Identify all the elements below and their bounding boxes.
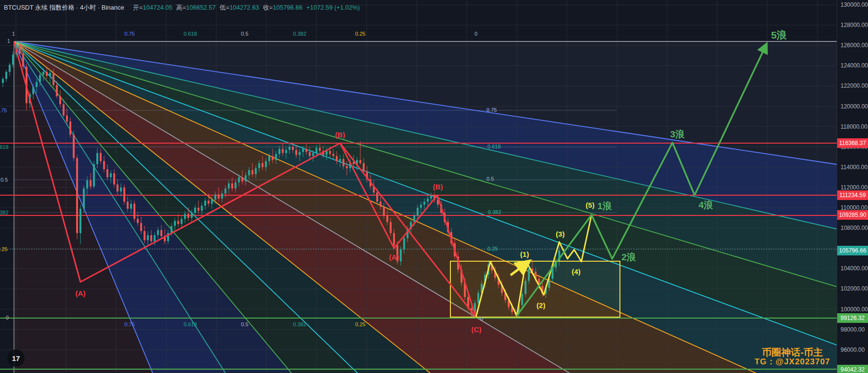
axis-tick: 130000.00	[841, 1, 868, 8]
tradingview-logo-icon[interactable]: 17	[7, 349, 25, 367]
fan-level-label-right: 0.382	[488, 209, 501, 215]
price-badge: 116368.37	[837, 138, 868, 148]
price-badge: 105796.66	[837, 246, 868, 255]
axis-tick: 122000.00	[841, 82, 868, 89]
yellow-wave-label: (3)	[556, 230, 565, 238]
green-wave-label: 3浪	[670, 129, 685, 139]
axis-tick: 114000.00	[841, 164, 868, 171]
fan-level-label-left: 0	[6, 315, 9, 320]
high-value: 106652.57	[186, 4, 215, 11]
chart-canvas[interactable]: (A)(B)(A)(B)(C)(1)(2)(3)(4)(5)1浪2浪3浪4浪5浪…	[0, 0, 837, 373]
axis-tick: 120000.00	[841, 103, 868, 110]
fan-time-label-bottom: 0	[480, 316, 483, 321]
yellow-wave-label: (1)	[520, 250, 529, 258]
price-badge: 109285.90	[837, 210, 868, 220]
fan-level-label-left: 1	[7, 38, 10, 44]
fan-level-label-right: 0.618	[487, 144, 501, 149]
fan-level-label-right: 0.75	[487, 107, 497, 113]
fib-fan-wedges	[14, 41, 837, 373]
fan-level-label-left: 0.75	[0, 107, 7, 113]
watermark-line1: 币圈神话-币主	[748, 347, 837, 358]
axis-tick: 112000.00	[841, 184, 868, 191]
symbol-title[interactable]: BTCUSDT 永续 指数价格 · 4小时 · Binance	[4, 4, 124, 11]
fan-time-label-top: 1	[12, 31, 15, 37]
fan-level-label-left: 0.382	[0, 210, 9, 215]
axis-tick: 108000.00	[841, 225, 868, 231]
watermark: 币圈神话-币主 TG：@JX2023707	[748, 347, 837, 367]
yellow-wave-label: (4)	[572, 267, 580, 276]
axis-tick: 98000.00	[841, 326, 865, 333]
price-badge: 94042.32	[837, 365, 868, 373]
fan-time-label-top: 0.75	[124, 31, 134, 37]
red-wave-label: (C)	[472, 325, 482, 333]
fan-time-label-top: 0.5	[241, 31, 248, 37]
red-wave-label: (B)	[335, 131, 345, 139]
fan-level-label-left: 0.25	[0, 246, 7, 252]
green-wave-label: 4浪	[698, 200, 713, 210]
price-badge: 111234.59	[837, 190, 868, 200]
green-wave-label: 5浪	[771, 29, 787, 40]
price-axis[interactable]: 130000.00128000.00126000.00124000.001220…	[837, 0, 868, 373]
axis-tick: 102000.00	[841, 285, 868, 292]
axis-tick: 126000.00	[841, 42, 868, 49]
trading-chart-window: { "legend": { "title": "BTCUSDT 永续 指数价格 …	[0, 0, 868, 373]
fan-time-label-bottom: 0.382	[293, 321, 306, 327]
green-wave-label: 2浪	[621, 252, 636, 262]
high-label: 高=	[176, 4, 186, 11]
fan-level-label-left: 0.5	[0, 177, 8, 183]
close-value: 105796.66	[273, 4, 302, 11]
yellow-wave-label: (2)	[537, 301, 545, 309]
axis-tick: 104000.00	[841, 265, 868, 272]
red-wave-label: (A)	[76, 289, 86, 297]
fan-time-label-bottom: 0.5	[241, 321, 248, 327]
axis-tick: 96000.00	[841, 346, 865, 353]
fan-time-label-top: 0.618	[184, 31, 197, 37]
fan-time-label-top: 0.382	[293, 31, 306, 37]
yellow-wave-label: (5)	[586, 201, 594, 209]
axis-tick: 128000.00	[841, 22, 868, 28]
fan-time-label-bottom: 0.618	[184, 321, 197, 327]
axis-tick: 100000.00	[841, 306, 868, 313]
fan-time-label-bottom: 0.75	[124, 321, 134, 327]
green-wave-label: 1浪	[597, 201, 612, 211]
consolidation-box	[450, 261, 620, 317]
red-wave-label: (B)	[433, 183, 443, 191]
price-badge: 99126.32	[837, 313, 868, 323]
fan-time-label-bottom: 0.25	[355, 321, 365, 327]
low-value: 104272.63	[229, 4, 259, 11]
fan-time-label-top: 0.25	[355, 31, 365, 37]
axis-tick: 124000.00	[841, 62, 868, 69]
fan-level-label-right: 0.25	[487, 246, 498, 252]
fan-level-label-left: 0.618	[0, 144, 9, 150]
open-label: 开=	[133, 4, 143, 11]
close-label: 收=	[263, 4, 273, 11]
symbol-legend: BTCUSDT 永续 指数价格 · 4小时 · Binance开=104724.…	[4, 3, 360, 12]
open-value: 104724.05	[143, 4, 172, 11]
low-label: 低=	[220, 4, 230, 11]
red-wave-label: (A)	[389, 253, 399, 261]
change-value: +1072.59 (+1.02%)	[306, 4, 360, 11]
watermark-line2: TG：@JX2023707	[748, 358, 837, 367]
fan-level-label-right: 0.5	[487, 176, 494, 182]
fan-time-label-top: 0	[474, 31, 477, 37]
axis-tick: 118000.00	[841, 123, 868, 130]
